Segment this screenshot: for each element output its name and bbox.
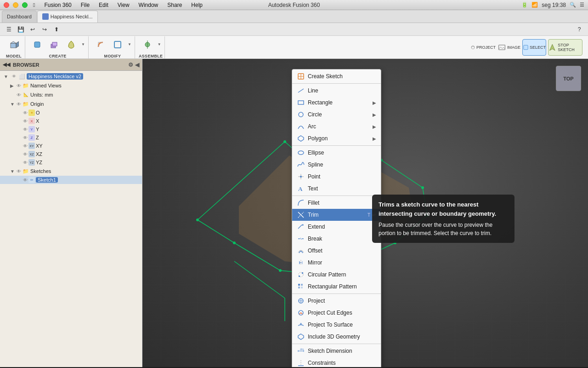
tree-label-origin: Origin: [30, 101, 44, 107]
menu-help[interactable]: Help: [189, 2, 204, 8]
shell-button[interactable]: [109, 36, 126, 53]
menu-create-sketch[interactable]: Create Sketch: [292, 70, 381, 82]
search-icon[interactable]: 🔍: [570, 2, 576, 8]
menu-edit[interactable]: Edit: [97, 2, 110, 8]
tree-arrow-sketches[interactable]: ▼: [10, 169, 17, 174]
model-cube-button[interactable]: [6, 36, 22, 53]
menu-circular-pattern[interactable]: Circular Pattern: [292, 269, 381, 281]
visibility-icon-xz[interactable]: 👁: [23, 152, 28, 157]
menu-window[interactable]: Window: [137, 2, 160, 8]
visibility-icon-sketch1[interactable]: 👁: [23, 178, 28, 183]
menu-ellipse[interactable]: Ellipse: [292, 147, 381, 159]
y-axis-icon: Y: [28, 126, 35, 132]
maximize-button[interactable]: [22, 2, 28, 8]
visibility-icon-o[interactable]: 👁: [23, 110, 28, 115]
menu-share[interactable]: Share: [165, 2, 184, 8]
visibility-icon-yz[interactable]: 👁: [23, 160, 28, 165]
menu-project[interactable]: Project: [292, 295, 381, 307]
menu-extend[interactable]: Extend: [292, 221, 381, 233]
tab-dashboard[interactable]: Dashboard: [2, 11, 37, 23]
menu-spline[interactable]: Spline: [292, 159, 381, 171]
canvas-area[interactable]: TOP Create Sketch Line: [142, 59, 588, 367]
tree-item-root[interactable]: ▼ 👁 ⬜ Happiness Necklace v2: [0, 72, 142, 81]
save-button[interactable]: 💾: [16, 24, 26, 34]
menu-rectangular-pattern[interactable]: Rectangular Pattern: [292, 281, 381, 293]
tree-item-units[interactable]: 👁 📐 Units: mm: [0, 90, 142, 99]
menu-polygon[interactable]: Polygon ▶: [292, 132, 381, 144]
share-button[interactable]: ⬆: [51, 24, 62, 34]
tree-item-xy[interactable]: 👁 XY XY: [0, 142, 142, 150]
menu-include-3d[interactable]: Include 3D Geometry: [292, 331, 381, 343]
joint-button[interactable]: [139, 36, 156, 53]
image-label: IMAGE: [507, 45, 520, 50]
tree-item-sketch1[interactable]: 👁 ✏ Sketch1: [0, 176, 142, 184]
image-button[interactable]: IMAGE: [498, 39, 520, 56]
visibility-icon-y[interactable]: 👁: [23, 127, 28, 132]
tree-arrow-named-views[interactable]: ▶: [10, 83, 17, 88]
menu-rectangle[interactable]: Rectangle ▶: [292, 97, 381, 109]
tree-item-named-views[interactable]: ▶ 👁 📁 Named Views: [0, 81, 142, 90]
menu-sketch-dimension[interactable]: dim Sketch Dimension: [292, 345, 381, 357]
close-button[interactable]: [4, 2, 9, 8]
visibility-icon-x[interactable]: 👁: [23, 119, 28, 124]
visibility-icon-root[interactable]: 👁: [10, 73, 17, 80]
visibility-icon-named-views[interactable]: 👁: [17, 83, 21, 88]
extrude-button[interactable]: [46, 36, 62, 53]
tree-arrow-origin[interactable]: ▼: [10, 102, 17, 107]
menu-project-to-surface[interactable]: Project To Surface: [292, 319, 381, 331]
menu-point[interactable]: Point: [292, 171, 381, 183]
menu-apple[interactable]: : [31, 2, 37, 8]
list-icon[interactable]: ☰: [580, 2, 584, 8]
visibility-icon-origin[interactable]: 👁: [17, 102, 21, 107]
tree-item-y[interactable]: 👁 Y Y: [0, 125, 142, 133]
menu-arc[interactable]: Arc ▶: [292, 121, 381, 132]
menu-file[interactable]: File: [79, 2, 91, 8]
undo-button[interactable]: ↩: [28, 24, 38, 34]
view-cube-top-face[interactable]: TOP: [556, 66, 581, 91]
toolbar-group-create: ▼ CREATE: [27, 36, 89, 58]
tree-item-o[interactable]: 👁 ✦ O: [0, 109, 142, 117]
revolve-button[interactable]: [63, 36, 79, 53]
create-body-button[interactable]: [29, 36, 45, 53]
tree-item-xz[interactable]: 👁 XZ XZ: [0, 150, 142, 158]
modify-dropdown-button[interactable]: ▼: [126, 36, 133, 53]
menu-project-cut-edges[interactable]: Project Cut Edges: [292, 307, 381, 319]
polygon-icon: [297, 134, 305, 143]
circle-label: Circle: [308, 111, 322, 118]
tree-item-z[interactable]: 👁 Z Z: [0, 133, 142, 142]
create-dropdown-button[interactable]: ▼: [80, 36, 86, 53]
fillet-button[interactable]: [92, 36, 109, 53]
menu-text[interactable]: A Text: [292, 183, 381, 195]
tree-arrow-root[interactable]: ▼: [4, 74, 10, 79]
menu-trim[interactable]: Trim T ↵: [292, 209, 381, 221]
project-button[interactable]: PROJECT: [470, 39, 496, 56]
hamburger-button[interactable]: ☰: [4, 24, 14, 34]
assemble-dropdown-button[interactable]: ▼: [156, 36, 163, 53]
menu-line[interactable]: Line: [292, 85, 381, 97]
visibility-icon-xy[interactable]: 👁: [23, 144, 28, 149]
visibility-icon-z[interactable]: 👁: [23, 135, 28, 140]
browser-collapse-icon[interactable]: ◀: [135, 62, 139, 68]
menu-break[interactable]: Break: [292, 233, 381, 245]
menu-constraints[interactable]: Constraints: [292, 357, 381, 367]
select-button[interactable]: SELECT: [522, 39, 546, 56]
menu-fillet[interactable]: Fillet: [292, 197, 381, 209]
visibility-icon-units[interactable]: 👁: [17, 92, 21, 98]
tree-item-sketches[interactable]: ▼ 👁 📁 Sketches: [0, 167, 142, 176]
menu-fusion[interactable]: Fusion 360: [42, 2, 73, 8]
stop-sketch-button[interactable]: STOP SKETCH: [548, 39, 582, 56]
menu-mirror[interactable]: Mirror: [292, 257, 381, 269]
menu-offset[interactable]: Offset: [292, 245, 381, 257]
help-button[interactable]: ?: [574, 24, 584, 34]
tree-item-origin[interactable]: ▼ 👁 📁 Origin: [0, 99, 142, 109]
view-cube[interactable]: TOP: [554, 63, 583, 93]
tree-item-yz[interactable]: 👁 YZ YZ: [0, 158, 142, 167]
tree-item-x[interactable]: 👁 X X: [0, 117, 142, 125]
menu-view[interactable]: View: [116, 2, 131, 8]
menu-circle[interactable]: Circle ▶: [292, 109, 381, 121]
browser-search-icon[interactable]: ⚙: [128, 62, 133, 68]
redo-button[interactable]: ↪: [40, 24, 50, 34]
minimize-button[interactable]: [13, 2, 18, 8]
tab-project[interactable]: Happiness Neckl...: [37, 11, 98, 23]
visibility-icon-sketches[interactable]: 👁: [17, 169, 21, 174]
